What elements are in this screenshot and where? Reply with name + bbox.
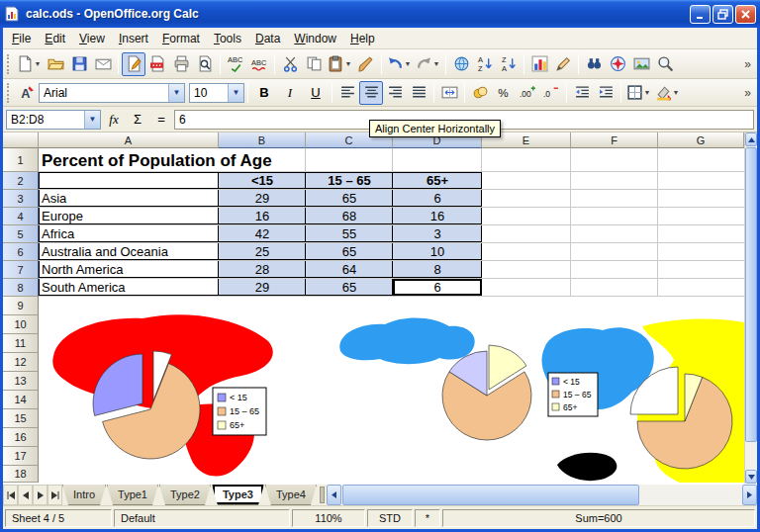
name-box[interactable]: ▼	[6, 110, 101, 130]
next-sheet-button[interactable]	[33, 485, 48, 505]
previous-sheet-button[interactable]	[18, 485, 33, 505]
cell-A3[interactable]: Asia	[39, 190, 219, 207]
cell-A2[interactable]	[39, 172, 219, 189]
font-name-combo[interactable]: ▼	[39, 83, 185, 103]
cell-B8[interactable]: 29	[219, 279, 306, 296]
status-selection-mode[interactable]: STD	[367, 509, 413, 527]
status-sum[interactable]: Sum=600	[442, 509, 755, 527]
row-header-8[interactable]: 8	[3, 279, 39, 297]
cell-A1-title[interactable]: Percent of Population of Age	[39, 148, 276, 171]
horizontal-scroll-track[interactable]	[640, 485, 742, 505]
background-color-button[interactable]: ▼	[653, 81, 682, 105]
toolbar-overflow-button[interactable]: »	[740, 57, 755, 71]
row-header-15[interactable]: 15	[3, 409, 39, 428]
cell-C7[interactable]: 64	[306, 261, 393, 278]
zoom-button[interactable]	[653, 52, 677, 76]
borders-dropdown-arrow[interactable]: ▼	[643, 89, 651, 96]
delete-decimal-button[interactable]: .0	[539, 81, 563, 105]
font-name-input[interactable]	[40, 84, 168, 102]
cell-B3[interactable]: 29	[219, 190, 306, 207]
borders-button[interactable]: ▼	[624, 81, 653, 105]
undo-dropdown-arrow[interactable]: ▼	[404, 60, 412, 67]
italic-button[interactable]: I	[277, 81, 303, 105]
row-header-9[interactable]: 9	[3, 297, 39, 315]
auto-spellcheck-button[interactable]: ABC	[247, 52, 271, 76]
cut-button[interactable]	[278, 52, 302, 76]
copy-button[interactable]	[302, 52, 326, 76]
cell-D5[interactable]: 3	[393, 225, 482, 242]
column-header-A[interactable]: A	[39, 133, 219, 148]
scroll-right-button[interactable]	[742, 485, 757, 505]
row-header-5[interactable]: 5	[3, 225, 39, 243]
status-zoom-level[interactable]: 110%	[292, 509, 365, 527]
sheet-tab-type1[interactable]: Type1	[107, 485, 158, 505]
cell-A4[interactable]: Europe	[39, 208, 219, 224]
vertical-scrollbar[interactable]	[744, 133, 757, 484]
redo-dropdown-arrow[interactable]: ▼	[432, 60, 440, 67]
cell-A7[interactable]: North America	[39, 261, 219, 278]
function-button[interactable]: =	[150, 110, 172, 130]
email-button[interactable]	[91, 52, 115, 76]
horizontal-scrollbar[interactable]	[327, 485, 757, 505]
menu-format[interactable]: Format	[155, 29, 207, 48]
sort-descending-button[interactable]: ZA	[497, 52, 521, 76]
row-header-16[interactable]: 16	[3, 428, 39, 447]
cell-reference-input[interactable]	[7, 111, 84, 129]
cell-A6[interactable]: Australia and Oceania	[39, 243, 219, 260]
row-header-2[interactable]: 2	[3, 172, 39, 190]
cell-C5[interactable]: 55	[306, 225, 393, 242]
column-header-B[interactable]: B	[219, 133, 306, 148]
name-box-dropdown-arrow[interactable]: ▼	[84, 111, 100, 129]
column-header-F[interactable]: F	[571, 133, 658, 148]
toolbar-grip[interactable]	[7, 83, 11, 103]
row-header-1[interactable]: 1	[3, 148, 39, 172]
open-button[interactable]	[44, 52, 67, 76]
gallery-button[interactable]	[629, 52, 653, 76]
tab-splitter[interactable]	[320, 487, 325, 503]
chart-object[interactable]: < 15 15 – 65 65+ < 15 1	[39, 297, 744, 484]
horizontal-scroll-thumb[interactable]	[342, 485, 639, 505]
align-left-button[interactable]	[335, 81, 359, 105]
add-decimal-button[interactable]: .00	[516, 81, 539, 105]
styles-button[interactable]: A	[15, 81, 39, 105]
sheet-tab-type4[interactable]: Type4	[265, 485, 317, 505]
undo-button[interactable]: ▼	[385, 52, 414, 76]
font-size-combo[interactable]: ▼	[189, 83, 244, 103]
row-header-14[interactable]: 14	[3, 391, 39, 409]
edit-file-button[interactable]	[122, 52, 145, 76]
menu-view[interactable]: View	[72, 29, 112, 48]
cell-D6[interactable]: 10	[393, 243, 482, 260]
page-preview-button[interactable]	[193, 52, 217, 76]
spellcheck-button[interactable]: ABC	[224, 52, 247, 76]
cell-B2[interactable]: <15	[219, 172, 306, 189]
bold-button[interactable]: B	[251, 81, 277, 105]
cell-C3[interactable]: 65	[306, 190, 393, 207]
first-sheet-button[interactable]	[3, 485, 18, 505]
redo-button[interactable]: ▼	[414, 52, 442, 76]
cell-D3[interactable]: 6	[393, 190, 482, 207]
row-header-13[interactable]: 13	[3, 372, 39, 391]
justify-button[interactable]	[407, 81, 430, 105]
cell-D4[interactable]: 16	[393, 208, 482, 224]
column-header-G[interactable]: G	[658, 133, 744, 148]
navigator-button[interactable]	[606, 52, 629, 76]
font-name-dropdown-arrow[interactable]: ▼	[168, 84, 184, 102]
cell-A8[interactable]: South America	[39, 279, 219, 296]
row-header-10[interactable]: 10	[3, 315, 39, 334]
menu-window[interactable]: Window	[287, 29, 343, 48]
new-button[interactable]: ▼	[15, 52, 44, 76]
row-header-7[interactable]: 7	[3, 261, 39, 279]
menu-tools[interactable]: Tools	[207, 29, 248, 48]
cell-D8-active[interactable]: 6	[393, 279, 482, 296]
cells-area[interactable]: Percent of Population of Age <15 15 – 65…	[39, 148, 744, 484]
show-draw-functions-button[interactable]	[551, 52, 575, 76]
background-color-dropdown-arrow[interactable]: ▼	[672, 89, 680, 96]
cell-A5[interactable]: Africa	[39, 225, 219, 242]
save-button[interactable]	[67, 52, 91, 76]
toolbar-overflow-button[interactable]: »	[740, 86, 755, 100]
title-bar[interactable]: calc.ods - OpenOffice.org Calc	[0, 0, 760, 28]
insert-chart-button[interactable]	[527, 52, 551, 76]
increase-indent-button[interactable]	[594, 81, 618, 105]
sheet-tab-type3-active[interactable]: Type3	[212, 485, 264, 505]
font-size-dropdown-arrow[interactable]: ▼	[228, 84, 243, 102]
